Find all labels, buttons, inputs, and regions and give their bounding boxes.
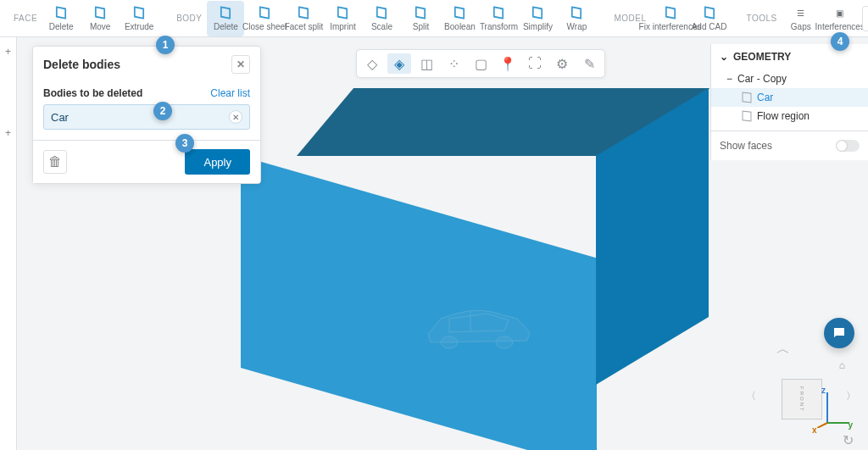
- body-simplify-button[interactable]: Simplify: [519, 1, 556, 36]
- chat-button[interactable]: [824, 318, 854, 348]
- face-delete-button[interactable]: Delete: [42, 1, 80, 36]
- axis-y-label: y: [848, 420, 853, 430]
- top-toolbar: FACE Delete Move Extrude BODY Delete Clo…: [0, 0, 868, 37]
- body-delete-button[interactable]: Delete: [207, 1, 244, 36]
- delete-bodies-panel: Delete bodies ✕ Bodies to be deleted Cle…: [32, 46, 261, 184]
- view-cube-icon[interactable]: ◇: [360, 53, 384, 74]
- bodies-label: Bodies to be deleted: [43, 87, 142, 99]
- view-area-select-icon[interactable]: ⛶: [523, 53, 547, 74]
- tools-gaps-button[interactable]: ☰Gaps: [782, 1, 820, 36]
- add-panel-button[interactable]: +: [1, 46, 16, 59]
- body-boolean-button[interactable]: Boolean: [441, 1, 478, 36]
- show-faces-row: Show faces: [711, 131, 868, 160]
- left-collapsed-panel: + +: [0, 37, 17, 450]
- tree-item-flow-region[interactable]: Flow region: [711, 107, 868, 125]
- tree-item-car[interactable]: Car: [711, 88, 868, 107]
- body-transform-button[interactable]: Transform: [480, 1, 517, 36]
- home-view-button[interactable]: ⌂: [839, 359, 845, 371]
- svg-point-1: [496, 336, 513, 348]
- model-fix-interferences-button[interactable]: Fix interferences: [652, 1, 689, 36]
- view-bbox-icon[interactable]: ▢: [469, 53, 492, 74]
- view-wand-icon[interactable]: ✎: [577, 53, 601, 74]
- rotate-left-button[interactable]: 〈: [746, 389, 756, 403]
- apply-button[interactable]: Apply: [185, 149, 250, 175]
- clear-list-link[interactable]: Clear list: [210, 87, 250, 99]
- tree-root[interactable]: − Car - Copy: [711, 69, 868, 88]
- panel-trash-button[interactable]: 🗑: [43, 150, 67, 174]
- face-extrude-button[interactable]: Extrude: [120, 1, 158, 36]
- orientation-widget: 〈 〉 ⌂ FRONT z y x: [746, 347, 856, 440]
- group-label-tools: TOOLS: [747, 14, 777, 23]
- body-icon: [743, 111, 752, 122]
- view-face-icon[interactable]: ◫: [415, 53, 438, 74]
- axis-triad: z y x: [817, 389, 851, 428]
- view-body-icon[interactable]: ◈: [387, 53, 411, 74]
- selected-body-chip[interactable]: Car ✕: [43, 104, 250, 130]
- view-pin-icon[interactable]: 📍: [496, 53, 520, 74]
- trash-icon: 🗑: [48, 154, 62, 169]
- group-label-face: FACE: [14, 14, 37, 23]
- body-close-sheet-button[interactable]: Close sheet: [246, 1, 283, 36]
- body-facet-split-button[interactable]: Facet split: [285, 1, 322, 36]
- geometry-panel: ⌄ GEOMETRY − Car - Copy Car Flow region …: [710, 44, 868, 160]
- body-wrap-button[interactable]: Wrap: [558, 1, 595, 36]
- box-front-face: [241, 156, 597, 450]
- chevron-down-icon: ⌄: [720, 51, 728, 63]
- show-faces-toggle[interactable]: [836, 140, 860, 152]
- interferences-icon: ▣: [832, 5, 848, 20]
- close-panel-button[interactable]: ✕: [231, 55, 250, 74]
- axis-x-label: x: [812, 425, 817, 435]
- panel-title: Delete bodies ✕: [33, 47, 260, 82]
- body-split-button[interactable]: Split: [402, 1, 439, 36]
- svg-line-5: [817, 423, 827, 428]
- remove-chip-button[interactable]: ✕: [229, 110, 242, 124]
- svg-point-0: [441, 336, 458, 348]
- body-scale-button[interactable]: Scale: [363, 1, 400, 36]
- delete-draft-button[interactable]: 🗑 Delete draft: [862, 6, 868, 31]
- geometry-heading[interactable]: ⌄ GEOMETRY: [711, 44, 868, 69]
- viewer-toolbar: ◇ ◈ ◫ ⁘ ▢ 📍 ⛶ ⚙ ✎: [356, 49, 605, 78]
- gaps-icon: ☰: [793, 5, 809, 20]
- body-car-wireframe[interactable]: [424, 300, 534, 351]
- body-imprint-button[interactable]: Imprint: [324, 1, 361, 36]
- show-faces-label: Show faces: [720, 140, 772, 152]
- body-icon: [743, 92, 752, 103]
- minus-icon: −: [726, 73, 732, 85]
- face-move-button[interactable]: Move: [81, 1, 119, 36]
- model-add-cad-button[interactable]: Add CAD: [691, 1, 728, 36]
- add-panel-button-2[interactable]: +: [1, 127, 16, 141]
- chip-label: Car: [51, 111, 69, 124]
- view-settings-icon[interactable]: ⚙: [550, 53, 574, 74]
- tools-interferences-button[interactable]: ▣Interferences: [821, 1, 859, 36]
- nav-cube[interactable]: FRONT: [782, 379, 822, 419]
- group-label-body: BODY: [176, 14, 202, 23]
- axis-z-label: z: [821, 386, 826, 395]
- reset-view-button[interactable]: ↻: [843, 432, 858, 447]
- chat-icon: [832, 325, 847, 341]
- view-points-icon[interactable]: ⁘: [442, 53, 465, 74]
